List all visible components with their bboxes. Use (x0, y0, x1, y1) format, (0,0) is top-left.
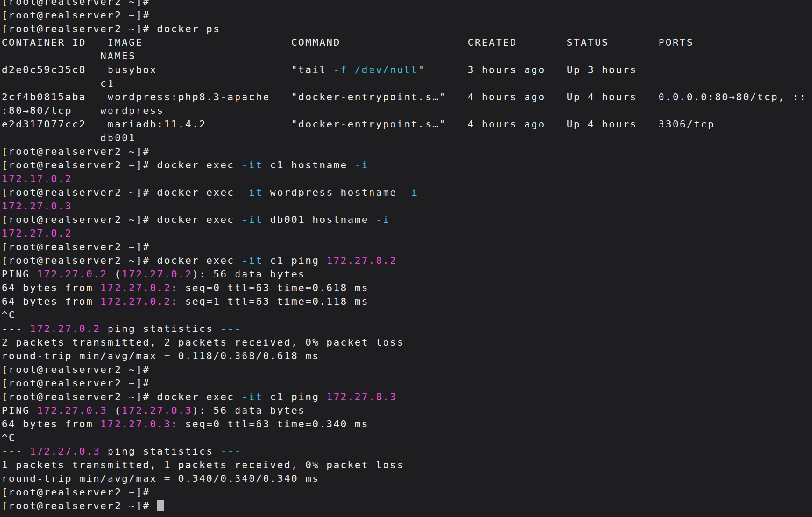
terminal-line: 64 bytes from 172.27.0.2: seq=1 ttl=63 t… (2, 295, 807, 309)
terminal-line: 64 bytes from 172.27.0.3: seq=0 ttl=63 t… (2, 418, 807, 431)
terminal-line: e2d317077cc2 mariadb:11.4.2 "docker-entr… (2, 118, 807, 131)
terminal-line: [root@realserver2 ~]# (2, 499, 807, 513)
terminal-text: ( (108, 405, 122, 416)
terminal-line: db001 (2, 131, 807, 145)
terminal-text: ping statistics (101, 446, 221, 457)
terminal-text: --- (2, 446, 30, 457)
terminal-text: 1 packets transmitted, 1 packets receive… (2, 460, 404, 470)
terminal-line: [root@realserver2 ~]# docker exec -it c1… (2, 159, 807, 172)
highlighted-flag-text: --- (221, 324, 242, 334)
terminal-text: d2e0c59c35c8 busybox "tail (2, 65, 334, 75)
ip-address-text: 172.27.0.3 (37, 405, 108, 416)
terminal-text: [root@realserver2 ~]# (2, 0, 150, 7)
terminal-text: [root@realserver2 ~]# docker exec (2, 215, 242, 225)
terminal-text: c1 (2, 78, 115, 89)
terminal-text: [root@realserver2 ~]# (2, 487, 150, 498)
terminal-text: round-trip min/avg/max = 0.118/0.368/0.6… (2, 351, 319, 361)
terminal-line: [root@realserver2 ~]# (2, 240, 807, 254)
ip-address-text: 172.17.0.2 (2, 174, 72, 184)
terminal-line: [root@realserver2 ~]# (2, 145, 807, 159)
terminal-line: PING 172.27.0.2 (172.27.0.2): 56 data by… (2, 268, 807, 281)
terminal-line: 172.17.0.2 (2, 172, 807, 186)
ip-address-text: 172.27.0.3 (2, 201, 72, 211)
highlighted-flag-text: -i (404, 187, 418, 198)
terminal-text: [root@realserver2 ~]# docker ps (2, 24, 221, 34)
terminal-text: ^C (2, 433, 16, 443)
highlighted-flag-text: -it (242, 187, 263, 198)
terminal-text: 64 bytes from (2, 419, 101, 430)
terminal-line: [root@realserver2 ~]# docker exec -it wo… (2, 186, 807, 200)
terminal-text: db001 (2, 133, 136, 143)
terminal-text: 64 bytes from (2, 283, 101, 293)
ip-address-text: 172.27.0.2 (2, 228, 72, 239)
terminal-text: : seq=0 ttl=63 time=0.340 ms (171, 419, 369, 430)
terminal-line: round-trip min/avg/max = 0.340/0.340/0.3… (2, 472, 807, 486)
ip-address-text: 172.27.0.3 (30, 446, 101, 457)
terminal-text: PING (2, 269, 37, 280)
ip-address-text: 172.27.0.2 (101, 296, 171, 307)
terminal-line: [root@realserver2 ~]# (2, 0, 807, 9)
terminal-text: wordpress hostname (263, 187, 404, 198)
ip-address-text: 172.27.0.2 (101, 283, 171, 293)
terminal-text: [root@realserver2 ~]# (2, 364, 150, 375)
highlighted-flag-text: -it (242, 392, 263, 402)
terminal-text: NAMES (2, 51, 136, 62)
terminal-text: ): 56 data bytes (192, 405, 305, 416)
terminal-line: 172.27.0.3 (2, 200, 807, 213)
terminal-text (348, 65, 355, 75)
terminal-text: 64 bytes from (2, 296, 101, 307)
terminal-text: c1 ping (263, 392, 327, 402)
terminal-line: [root@realserver2 ~]# docker ps (2, 22, 807, 36)
terminal-text: round-trip min/avg/max = 0.340/0.340/0.3… (2, 473, 319, 484)
terminal-cursor (157, 500, 164, 511)
terminal-line: CONTAINER ID IMAGE COMMAND CREATED STATU… (2, 36, 807, 50)
terminal-text: [root@realserver2 ~]# (2, 146, 150, 157)
terminal-text: [root@realserver2 ~]# (2, 378, 150, 389)
terminal-text: ^C (2, 310, 16, 320)
ip-address-text: 172.27.0.2 (326, 255, 397, 266)
highlighted-flag-text: /dev/null (355, 65, 419, 75)
terminal-text: 2cf4b0815aba wordpress:php8.3-apache "do… (2, 92, 807, 102)
terminal-text: PING (2, 405, 37, 416)
terminal-line: ^C (2, 431, 807, 445)
terminal-line: 172.27.0.2 (2, 227, 807, 240)
terminal-text: :80→80/tcp wordpress (2, 106, 164, 116)
terminal-line: c1 (2, 77, 807, 91)
highlighted-flag-text: -i (355, 160, 369, 171)
terminal-text: ): 56 data bytes (192, 269, 305, 280)
highlighted-flag-text: -it (242, 215, 263, 225)
terminal-text: db001 hostname (263, 215, 376, 225)
terminal-text: 2 packets transmitted, 2 packets receive… (2, 337, 404, 348)
ip-address-text: 172.27.0.2 (37, 269, 108, 280)
terminal-screen[interactable]: [root@realserver2 ~]#[root@realserver2 ~… (0, 0, 812, 517)
terminal-line: [root@realserver2 ~]# (2, 363, 807, 377)
terminal-text: [root@realserver2 ~]# docker exec (2, 392, 242, 402)
terminal-line: [root@realserver2 ~]# (2, 9, 807, 22)
terminal-line: 2 packets transmitted, 2 packets receive… (2, 336, 807, 350)
terminal-line: --- 172.27.0.3 ping statistics --- (2, 445, 807, 459)
terminal-line: d2e0c59c35c8 busybox "tail -f /dev/null"… (2, 63, 807, 77)
terminal-text: [root@realserver2 ~]# (2, 10, 150, 21)
terminal-line: 2cf4b0815aba wordpress:php8.3-apache "do… (2, 91, 807, 104)
highlighted-flag-text: --- (221, 446, 242, 457)
terminal-line: --- 172.27.0.2 ping statistics --- (2, 322, 807, 336)
highlighted-flag-text: -i (376, 215, 390, 225)
ip-address-text: 172.27.0.3 (326, 392, 397, 402)
terminal-text: [root@realserver2 ~]# docker exec (2, 187, 242, 198)
terminal-text: --- (2, 324, 30, 334)
terminal-line: ^C (2, 309, 807, 322)
terminal-text: : seq=0 ttl=63 time=0.618 ms (171, 283, 369, 293)
terminal-text: [root@realserver2 ~]# docker exec (2, 160, 242, 171)
terminal-line: [root@realserver2 ~]# docker exec -it c1… (2, 254, 807, 268)
terminal-line: 1 packets transmitted, 1 packets receive… (2, 459, 807, 472)
terminal-output: [root@realserver2 ~]#[root@realserver2 ~… (2, 0, 807, 513)
terminal-line: [root@realserver2 ~]# (2, 486, 807, 499)
terminal-text: c1 hostname (263, 160, 355, 171)
terminal-text: : seq=1 ttl=63 time=0.118 ms (171, 296, 369, 307)
terminal-line: [root@realserver2 ~]# docker exec -it db… (2, 213, 807, 227)
highlighted-flag-text: -it (242, 160, 263, 171)
terminal-text: ( (108, 269, 122, 280)
terminal-text: CONTAINER ID IMAGE COMMAND CREATED STATU… (2, 37, 694, 48)
terminal-text: c1 ping (263, 255, 327, 266)
terminal-line: PING 172.27.0.3 (172.27.0.3): 56 data by… (2, 404, 807, 418)
